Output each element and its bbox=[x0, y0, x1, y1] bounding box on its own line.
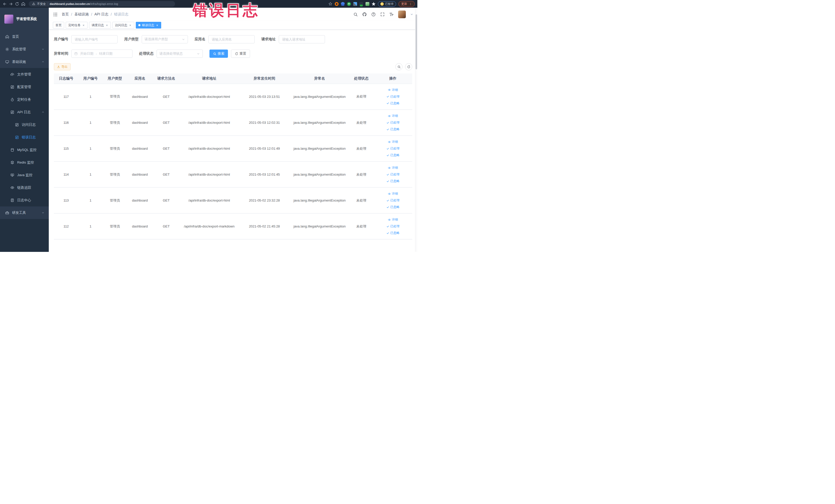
address-bar[interactable]: 不安全 dashboard.yudao.iocoder.cn/infra/log… bbox=[29, 1, 175, 7]
sidebar-item-infrastructure[interactable]: 基础设施 bbox=[0, 56, 49, 68]
breadcrumb-item[interactable]: 基础设施 bbox=[75, 12, 89, 17]
cell-request-url: /api/infra/db-doc/export-html bbox=[180, 161, 239, 187]
breadcrumb-item[interactable]: API 日志 bbox=[95, 12, 108, 17]
action-detail-link[interactable]: 详细 bbox=[374, 165, 411, 171]
close-icon[interactable] bbox=[156, 24, 159, 27]
action-detail-link[interactable]: 详细 bbox=[374, 86, 411, 93]
process-status-select[interactable]: 请选择处理状态 bbox=[157, 49, 203, 58]
action-ignored-link[interactable]: 已忽略 bbox=[374, 100, 411, 106]
sidebar-item-redis-monitor[interactable]: Redis 监控 bbox=[0, 156, 49, 169]
font-size-icon[interactable] bbox=[389, 12, 394, 17]
breadcrumb-separator: / bbox=[91, 12, 92, 16]
cell-user-type: 管理员 bbox=[103, 187, 127, 213]
sidebar-item-error-log[interactable]: 错误日志 bbox=[0, 131, 49, 143]
search-button[interactable]: 搜索 bbox=[209, 49, 228, 58]
search-icon[interactable] bbox=[353, 12, 358, 17]
back-icon[interactable] bbox=[3, 2, 7, 6]
github-icon[interactable] bbox=[362, 12, 367, 17]
sidebar-item-api-log[interactable]: API 日志 bbox=[0, 106, 49, 118]
user-id-input[interactable] bbox=[72, 35, 118, 43]
action-ignored-link[interactable]: 已忽略 bbox=[374, 152, 411, 159]
cell-error-time: 2021-05-02 23:32:28 bbox=[239, 187, 290, 213]
tab-access-log[interactable]: 访问日志 bbox=[113, 22, 134, 28]
reload-icon[interactable] bbox=[15, 2, 19, 6]
exception-time-range-picker[interactable]: 开始日期 - 结束日期 bbox=[72, 49, 133, 58]
page-scrollbar[interactable] bbox=[415, 8, 418, 252]
app-name-input[interactable] bbox=[208, 35, 254, 43]
browser-update-button[interactable]: 更新 bbox=[399, 1, 415, 7]
extension-icon-2[interactable] bbox=[341, 2, 345, 6]
close-icon[interactable] bbox=[82, 24, 85, 27]
action-processed-link[interactable]: 已处理 bbox=[374, 197, 411, 204]
action-ignored-link[interactable]: 已忽略 bbox=[374, 126, 411, 133]
table-row: 1151管理员dashboardGET/api/infra/db-doc/exp… bbox=[54, 136, 412, 161]
action-processed-link[interactable]: 已处理 bbox=[374, 119, 411, 126]
request-url-input[interactable] bbox=[279, 35, 325, 43]
refresh-table-button[interactable] bbox=[405, 63, 412, 70]
extension-icon-4[interactable] bbox=[353, 2, 357, 6]
extension-icon-6[interactable] bbox=[366, 2, 369, 6]
action-processed-link[interactable]: 已处理 bbox=[374, 171, 411, 178]
date-start-placeholder: 开始日期 bbox=[80, 52, 94, 56]
paused-extension-chip[interactable]: 已暂停 bbox=[378, 1, 396, 7]
bookmark-star-icon[interactable] bbox=[328, 2, 332, 6]
action-processed-link[interactable]: 已处理 bbox=[374, 223, 411, 230]
fullscreen-icon[interactable] bbox=[380, 12, 385, 17]
cell-user-id: 1 bbox=[78, 84, 103, 109]
forward-icon[interactable] bbox=[9, 2, 13, 6]
action-ignored-link[interactable]: 已忽略 bbox=[374, 230, 411, 237]
sidebar-item-dev-tools[interactable]: 研发工具 bbox=[0, 206, 49, 219]
tab-schedule-log[interactable]: 调度日志 bbox=[89, 22, 111, 28]
action-detail-link[interactable]: 详细 bbox=[374, 190, 411, 197]
action-ignored-link[interactable]: 已忽略 bbox=[374, 178, 411, 185]
hide-search-button[interactable] bbox=[395, 63, 403, 70]
sidebar-item-system-management[interactable]: 系统管理 bbox=[0, 43, 49, 56]
chevron-down-icon[interactable] bbox=[410, 13, 413, 16]
extension-icon-3[interactable] bbox=[347, 2, 351, 6]
action-detail-link[interactable]: 详细 bbox=[374, 139, 411, 145]
export-button[interactable]: 导出 bbox=[54, 63, 70, 70]
action-detail-link[interactable]: 详细 bbox=[374, 113, 411, 119]
sidebar-item-mysql-monitor[interactable]: MySQL 监控 bbox=[0, 143, 49, 156]
check-icon bbox=[386, 147, 389, 150]
tab-home[interactable]: 首页 bbox=[53, 22, 64, 28]
breadcrumb-item[interactable]: 首页 bbox=[62, 12, 69, 17]
menu-kebab-icon[interactable] bbox=[409, 3, 412, 5]
tab-timed-task[interactable]: 定时任务 bbox=[66, 22, 87, 28]
sidebar-item-timed-task[interactable]: 定时任务 bbox=[0, 93, 49, 106]
sidebar-item-config-management[interactable]: 配置管理 bbox=[0, 81, 49, 93]
help-icon[interactable] bbox=[371, 12, 376, 17]
scrollbar-thumb[interactable] bbox=[415, 14, 417, 69]
tab-error-log[interactable]: 错误日志 bbox=[136, 22, 161, 28]
extension-icon-1[interactable] bbox=[335, 2, 339, 6]
cell-request-url: /api/infra/db-doc/export-html bbox=[180, 136, 239, 161]
extension-icon-7[interactable] bbox=[372, 2, 375, 6]
action-ignored-link[interactable]: 已忽略 bbox=[374, 204, 411, 210]
reset-button[interactable]: 重置 bbox=[231, 49, 250, 58]
sidebar-item-log-center[interactable]: 日志中心 bbox=[0, 194, 49, 206]
sidebar-item-trace[interactable]: 链路追踪 bbox=[0, 181, 49, 194]
sidebar-item-label: Redis 监控 bbox=[17, 160, 45, 165]
cell-log-id: 112 bbox=[54, 213, 78, 239]
hamburger-icon[interactable] bbox=[53, 12, 58, 17]
close-icon[interactable] bbox=[105, 24, 108, 27]
cell-error-time: 2021-05-03 23:13:51 bbox=[239, 84, 290, 109]
browser-home-icon[interactable] bbox=[21, 2, 25, 6]
action-processed-link[interactable]: 已处理 bbox=[374, 93, 411, 100]
eye-icon bbox=[388, 218, 391, 221]
user-type-select[interactable]: 请选择用户类型 bbox=[142, 35, 188, 43]
overlay-page-title: 错误日志 bbox=[192, 1, 259, 21]
action-processed-link[interactable]: 已处理 bbox=[374, 145, 411, 152]
sidebar-item-home[interactable]: 首页 bbox=[0, 30, 49, 43]
action-detail-link[interactable]: 详细 bbox=[374, 217, 411, 223]
sidebar-item-file-management[interactable]: 文件管理 bbox=[0, 68, 49, 81]
user-avatar[interactable] bbox=[398, 11, 406, 18]
extension-icon-5[interactable] bbox=[359, 2, 363, 6]
sidebar-item-java-monitor[interactable]: Java 监控 bbox=[0, 169, 49, 181]
close-icon[interactable] bbox=[129, 24, 132, 27]
refresh-icon bbox=[235, 52, 238, 56]
app-name-label: 应用名 bbox=[195, 37, 205, 42]
app-logo-row[interactable]: 芋道管理系统 bbox=[0, 8, 49, 30]
sidebar-item-access-log[interactable]: 访问日志 bbox=[0, 118, 49, 131]
cell-method: GET bbox=[153, 213, 180, 239]
